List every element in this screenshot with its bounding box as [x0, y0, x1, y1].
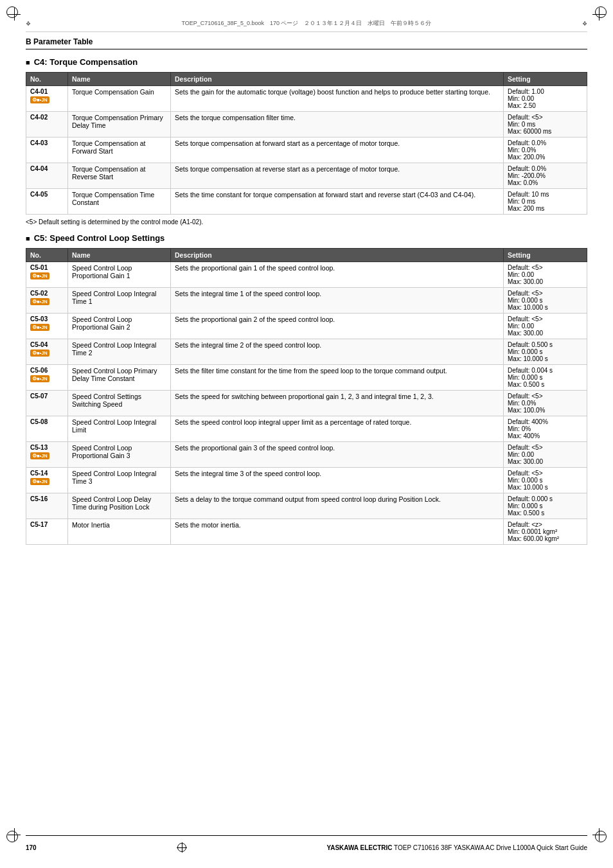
- param-desc-cell: Sets the speed control loop integral upp…: [171, 416, 504, 442]
- param-name-cell: Speed Control Settings Switching Speed: [68, 391, 171, 416]
- param-no-cell: C5-06⚙■•JN: [26, 365, 68, 391]
- table-row: C5-14⚙■•JNSpeed Control Loop Integral Ti…: [26, 468, 587, 493]
- param-name-cell: Torque Compensation at Reverse Start: [68, 163, 171, 189]
- param-no-cell: C4-03: [26, 137, 68, 163]
- table-row: C5-17Motor InertiaSets the motor inertia…: [26, 519, 587, 545]
- param-setting-cell: Default: <5> Min: 0.00 Max: 300.00: [504, 262, 587, 288]
- param-badge: ⚙■•JN: [30, 375, 49, 382]
- table-row: C5-07Speed Control Settings Switching Sp…: [26, 391, 587, 416]
- param-code: C4-04: [30, 165, 64, 172]
- param-desc-cell: Sets the integral time 3 of the speed co…: [171, 468, 504, 493]
- param-setting-cell: Default: 0.000 s Min: 0.000 s Max: 0.500…: [504, 493, 587, 519]
- param-desc-cell: Sets the filter time constant for the ti…: [171, 365, 504, 391]
- param-desc-cell: Sets the integral time 1 of the speed co…: [171, 288, 504, 314]
- table-row: C5-01⚙■•JNSpeed Control Loop Proportiona…: [26, 262, 587, 288]
- param-name-cell: Speed Control Loop Delay Time during Pos…: [68, 493, 171, 519]
- table-row: C5-03⚙■•JNSpeed Control Loop Proportiona…: [26, 314, 587, 339]
- param-code: C5-07: [30, 393, 64, 400]
- param-desc-cell: Sets the torque compensation filter time…: [171, 112, 504, 137]
- param-badge: ⚙■•JN: [30, 272, 49, 279]
- param-desc-cell: Sets a delay to the torque command outpu…: [171, 493, 504, 519]
- param-code: C4-02: [30, 114, 64, 121]
- param-desc-cell: Sets the integral time 2 of the speed co…: [171, 339, 504, 365]
- param-setting-cell: Default: 1.00 Min: 0.00 Max: 2.50: [504, 86, 587, 112]
- param-code: C4-01: [30, 88, 64, 95]
- c5-th-desc: Description: [171, 249, 504, 262]
- param-no-cell: C5-13⚙■•JN: [26, 442, 68, 468]
- param-no-cell: C5-07: [26, 391, 68, 416]
- param-name-cell: Torque Compensation Time Constant: [68, 189, 171, 215]
- table-row: C4-03Torque Compensation at Forward Star…: [26, 137, 587, 163]
- c4-th-no: No.: [26, 73, 68, 86]
- param-setting-cell: Default: <5> Min: 0.00 Max: 300.00: [504, 442, 587, 468]
- top-bar-content: TOEP_C710616_38F_5_0.book 170 ページ ２０１３年１…: [182, 19, 432, 28]
- param-no-cell: C5-14⚙■•JN: [26, 468, 68, 493]
- b-parameter-label: B Parameter Table: [26, 37, 587, 46]
- param-desc-cell: Sets the proportional gain 1 of the spee…: [171, 262, 504, 288]
- param-setting-cell: Default: 400% Min: 0% Max: 400%: [504, 416, 587, 442]
- table-row: C4-05Torque Compensation Time ConstantSe…: [26, 189, 587, 215]
- corner-mark-tr: [591, 6, 607, 22]
- param-no-cell: C5-04⚙■•JN: [26, 339, 68, 365]
- table-row: C5-06⚙■•JNSpeed Control Loop Primary Del…: [26, 365, 587, 391]
- table-row: C5-04⚙■•JNSpeed Control Loop Integral Ti…: [26, 339, 587, 365]
- param-setting-cell: Default: 0.500 s Min: 0.000 s Max: 10.00…: [504, 339, 587, 365]
- top-bar-right: ❖: [582, 21, 587, 27]
- page-footer: 170 YASKAWA ELECTRIC TOEP C710616 38F YA…: [26, 835, 587, 855]
- table-row: C4-04Torque Compensation at Reverse Star…: [26, 163, 587, 189]
- param-code: C5-04: [30, 341, 64, 348]
- param-badge: ⚙■•JN: [30, 96, 49, 103]
- param-desc-cell: Sets the speed for switching between pro…: [171, 391, 504, 416]
- param-no-cell: C5-17: [26, 519, 68, 545]
- param-desc-cell: Sets the time constant for torque compen…: [171, 189, 504, 215]
- param-setting-cell: Default: <z> Min: 0.0001 kgm² Max: 600.0…: [504, 519, 587, 545]
- param-name-cell: Speed Control Loop Integral Time 1: [68, 288, 171, 314]
- c5-section-title: C5: Speed Control Loop Settings: [26, 233, 587, 243]
- param-desc-cell: Sets the gain for the automatic torque (…: [171, 86, 504, 112]
- c4-th-name: Name: [68, 73, 171, 86]
- param-name-cell: Torque Compensation at Forward Start: [68, 137, 171, 163]
- param-badge: ⚙■•JN: [30, 478, 49, 485]
- param-setting-cell: Default: <5> Min: 0.000 s Max: 10.000 s: [504, 288, 587, 314]
- param-no-cell: C5-03⚙■•JN: [26, 314, 68, 339]
- c5-table: No. Name Description Setting C5-01⚙■•JNS…: [26, 248, 587, 545]
- param-setting-cell: Default: 10 ms Min: 0 ms Max: 200 ms: [504, 189, 587, 215]
- param-desc-cell: Sets the proportional gain 3 of the spee…: [171, 442, 504, 468]
- param-no-cell: C4-04: [26, 163, 68, 189]
- c4-footnote: <5> Default setting is determined by the…: [26, 218, 587, 226]
- param-name-cell: Motor Inertia: [68, 519, 171, 545]
- table-row: C5-02⚙■•JNSpeed Control Loop Integral Ti…: [26, 288, 587, 314]
- param-code: C4-03: [30, 139, 64, 146]
- param-no-cell: C4-01⚙■•JN: [26, 86, 68, 112]
- corner-mark-tl: [6, 6, 22, 22]
- param-no-cell: C5-08: [26, 416, 68, 442]
- param-no-cell: C4-02: [26, 112, 68, 137]
- c4-th-setting: Setting: [504, 73, 587, 86]
- param-setting-cell: Default: <5> Min: 0.0% Max: 100.0%: [504, 391, 587, 416]
- param-setting-cell: Default: <5> Min: 0 ms Max: 60000 ms: [504, 112, 587, 137]
- corner-mark-bl: [6, 827, 22, 842]
- param-badge: ⚙■•JN: [30, 324, 49, 331]
- param-desc-cell: Sets the motor inertia.: [171, 519, 504, 545]
- table-row: C5-08Speed Control Loop Integral LimitSe…: [26, 416, 587, 442]
- c4-th-desc: Description: [171, 73, 504, 86]
- param-no-cell: C4-05: [26, 189, 68, 215]
- c4-table: No. Name Description Setting C4-01⚙■•JNT…: [26, 72, 587, 215]
- param-name-cell: Torque Compensation Primary Delay Time: [68, 112, 171, 137]
- param-name-cell: Torque Compensation Gain: [68, 86, 171, 112]
- param-code: C5-16: [30, 495, 64, 502]
- table-row: C5-16Speed Control Loop Delay Time durin…: [26, 493, 587, 519]
- param-name-cell: Speed Control Loop Integral Limit: [68, 416, 171, 442]
- top-bar: ❖ TOEP_C710616_38F_5_0.book 170 ページ ２０１３…: [26, 13, 587, 32]
- param-no-cell: C5-16: [26, 493, 68, 519]
- param-setting-cell: Default: 0.0% Min: 0.0% Max: 200.0%: [504, 137, 587, 163]
- footer-crosshair: [177, 842, 187, 853]
- param-no-cell: C5-02⚙■•JN: [26, 288, 68, 314]
- param-code: C5-17: [30, 521, 64, 528]
- param-code: C5-02: [30, 290, 64, 297]
- c5-th-no: No.: [26, 249, 68, 262]
- param-desc-cell: Sets the proportional gain 2 of the spee…: [171, 314, 504, 339]
- footer-doc-text: YASKAWA ELECTRIC TOEP C710616 38F YASKAW…: [326, 844, 587, 851]
- top-bar-left: ❖: [26, 21, 31, 27]
- param-name-cell: Speed Control Loop Proportional Gain 3: [68, 442, 171, 468]
